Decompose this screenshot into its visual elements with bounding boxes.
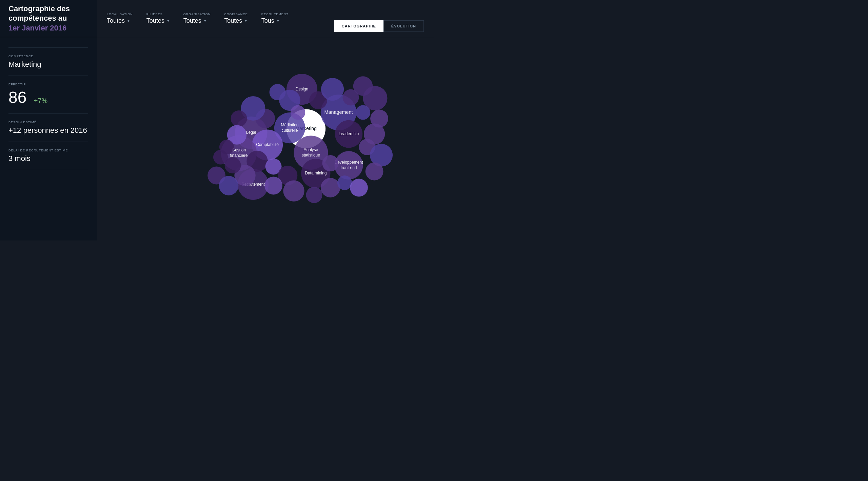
bubble-b34[interactable] xyxy=(219,176,239,195)
filter-localisation: LOCALISATION Toutes ▼ xyxy=(107,13,133,24)
bubble-developpement[interactable]: Developpementfront-end xyxy=(334,151,363,180)
sidebar-stats: COMPÉTENCE Marketing EFFECTIF 86 +7% BES… xyxy=(0,37,97,240)
bubble-label-design: Design xyxy=(296,87,308,91)
chevron-down-icon: ▼ xyxy=(276,19,280,23)
bubble-label-gestion-1: financière xyxy=(230,153,248,158)
filter-croissance-label: CROISSANCE xyxy=(224,13,248,16)
bubble-label-legal: Légal xyxy=(246,130,256,135)
filter-localisation-label: LOCALISATION xyxy=(107,13,133,16)
filter-recrutement-label: RECRUTEMENT xyxy=(261,13,289,16)
app-container: Cartographie des compétences au 1er Janv… xyxy=(0,0,434,240)
svg-point-34 xyxy=(264,177,282,195)
header: Cartographie des compétences au 1er Janv… xyxy=(0,0,434,37)
svg-point-25 xyxy=(291,105,305,120)
filter-filieres-label: FILIÈRES xyxy=(146,13,170,16)
svg-point-45 xyxy=(219,176,239,195)
stat-competence-label: COMPÉTENCE xyxy=(8,55,88,58)
stat-competence-value: Marketing xyxy=(8,60,88,69)
bubble-b17[interactable] xyxy=(231,110,247,127)
svg-point-37 xyxy=(321,178,340,197)
chevron-down-icon: ▼ xyxy=(166,19,170,23)
filter-croissance: CROISSANCE Toutes ▼ xyxy=(224,13,248,24)
tab-cartographie[interactable]: CARTOGRAPHIE xyxy=(334,20,383,32)
main-content: COMPÉTENCE Marketing EFFECTIF 86 +7% BES… xyxy=(0,37,434,240)
svg-point-35 xyxy=(283,180,304,201)
bubble-label-mediation-0: Médiation xyxy=(281,123,298,127)
filter-filieres-value[interactable]: Toutes ▼ xyxy=(146,17,170,24)
bubble-chart-svg: MarketingManagementLeadershipDesignMédia… xyxy=(97,37,434,240)
bubble-b29[interactable] xyxy=(322,155,339,171)
stat-effectif: EFFECTIF 86 +7% xyxy=(8,76,88,114)
stat-delai: DÉLAI DE RECRUTEMENT ESTIMÉ 3 mois xyxy=(8,142,88,170)
svg-point-13 xyxy=(321,78,344,101)
bubble-b11[interactable] xyxy=(366,163,383,181)
bubble-label-management: Management xyxy=(324,109,353,115)
svg-point-36 xyxy=(306,187,322,203)
bubble-chart-area: MarketingManagementLeadershipDesignMédia… xyxy=(97,37,434,240)
filter-filieres: FILIÈRES Toutes ▼ xyxy=(146,13,170,24)
chevron-down-icon: ▼ xyxy=(244,19,248,23)
tab-evolution[interactable]: ÉVOLUTION xyxy=(383,20,424,32)
bubble-b14[interactable] xyxy=(291,105,305,120)
bubble-label-developpement-1: front-end xyxy=(340,165,357,170)
title-date: 1er Janvier 2016 xyxy=(8,24,66,32)
bubble-b24[interactable] xyxy=(283,180,304,201)
chevron-down-icon: ▼ xyxy=(127,19,130,23)
bubble-b27[interactable] xyxy=(337,175,352,190)
svg-point-24 xyxy=(270,84,286,100)
stat-effectif-label: EFFECTIF xyxy=(8,83,88,86)
chevron-down-icon: ▼ xyxy=(203,19,207,23)
svg-point-17 xyxy=(356,105,370,120)
bubble-b23[interactable] xyxy=(264,177,282,195)
bubble-label-comptabilite: Comptabilité xyxy=(256,142,279,147)
filter-localisation-value[interactable]: Toutes ▼ xyxy=(107,17,133,24)
view-tabs: CARTOGRAPHIE ÉVOLUTION xyxy=(334,20,424,32)
stat-competence: COMPÉTENCE Marketing xyxy=(8,47,88,76)
svg-point-43 xyxy=(213,150,228,164)
bubble-b28[interactable] xyxy=(350,179,368,197)
page-title: Cartographie des compétences au 1er Janv… xyxy=(8,4,70,33)
bubble-b25[interactable] xyxy=(306,187,322,203)
bubble-b32[interactable] xyxy=(213,150,228,164)
bubble-b13[interactable] xyxy=(270,84,286,100)
bubble-label-gestion-0: Gestion xyxy=(232,148,246,152)
filter-croissance-value[interactable]: Toutes ▼ xyxy=(224,17,248,24)
stat-delai-label: DÉLAI DE RECRUTEMENT ESTIMÉ xyxy=(8,149,88,152)
bubble-b2[interactable] xyxy=(321,78,344,101)
bubble-b26[interactable] xyxy=(321,178,340,197)
stat-besoin-value: +12 personnes en 2016 xyxy=(8,126,88,135)
bubble-b6[interactable] xyxy=(356,105,370,120)
stat-besoin: BESOIN ESTIMÉ +12 personnes en 2016 xyxy=(8,114,88,142)
stat-delai-value: 3 mois xyxy=(8,154,88,163)
bubble-label-developpement-0: Developpement xyxy=(334,160,363,165)
bubble-label-datamining: Data mining xyxy=(305,171,327,175)
svg-point-38 xyxy=(337,175,352,190)
svg-point-40 xyxy=(322,155,339,171)
bubble-label-analyse-1: statistique xyxy=(302,153,320,158)
bubble-leadership[interactable]: Leadership xyxy=(335,120,363,148)
svg-point-39 xyxy=(350,179,368,197)
bubble-label-analyse-0: Analyse xyxy=(304,147,318,152)
svg-point-28 xyxy=(231,110,247,127)
filter-organisation: ORGANISATION Toutes ▼ xyxy=(183,13,211,24)
filter-organisation-label: ORGANISATION xyxy=(183,13,211,16)
stat-effectif-growth: +7% xyxy=(34,97,48,104)
svg-point-22 xyxy=(366,163,383,181)
filter-organisation-value[interactable]: Toutes ▼ xyxy=(183,17,211,24)
header-left-panel: Cartographie des compétences au 1er Janv… xyxy=(0,0,97,37)
stat-besoin-label: BESOIN ESTIMÉ xyxy=(8,121,88,124)
filter-recrutement: RECRUTEMENT Tous ▼ xyxy=(261,13,289,24)
bubble-label-mediation-1: culturelle xyxy=(281,128,298,133)
bubble-label-leadership: Leadership xyxy=(339,131,359,136)
stat-effectif-value: 86 +7% xyxy=(8,88,88,107)
filter-recrutement-value[interactable]: Tous ▼ xyxy=(261,17,289,24)
header-right-panel: LOCALISATION Toutes ▼ FILIÈRES Toutes ▼ … xyxy=(97,0,434,37)
